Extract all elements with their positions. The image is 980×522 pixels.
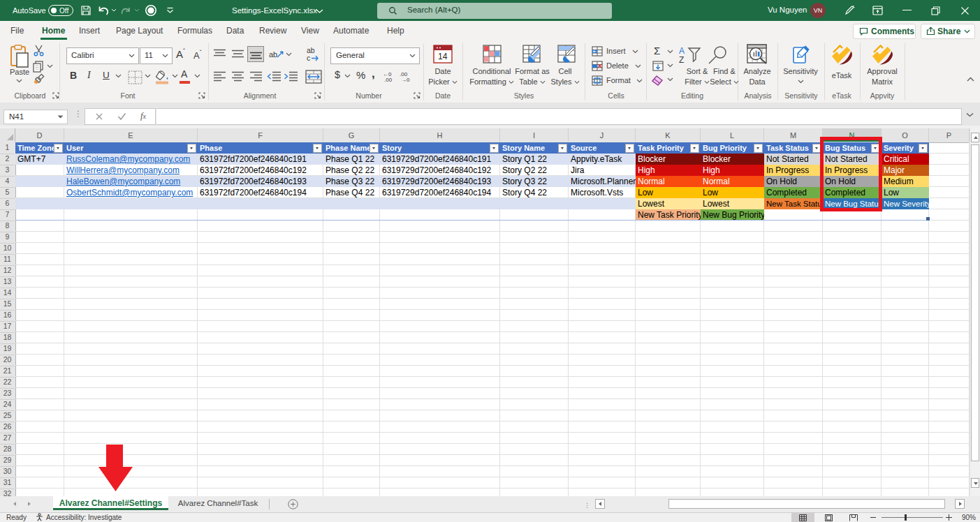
svg-text:A: A (679, 46, 685, 56)
svg-text:→0: →0 (401, 77, 410, 82)
svg-text:ab: ab (269, 50, 277, 59)
svg-text:.00: .00 (384, 77, 393, 82)
svg-text:c: c (307, 54, 310, 62)
svg-text:14: 14 (438, 52, 448, 61)
svg-text:Z: Z (679, 55, 684, 65)
